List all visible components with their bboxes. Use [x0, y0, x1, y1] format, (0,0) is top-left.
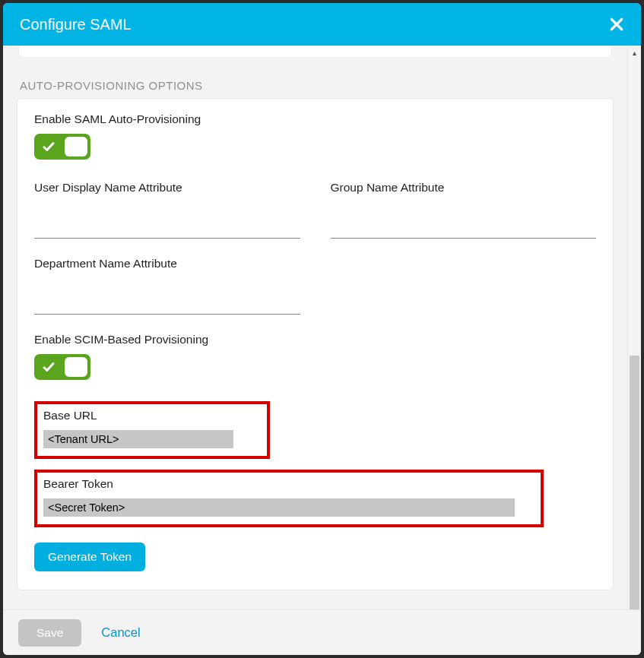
modal-header: Configure SAML — [3, 3, 641, 46]
scroll-track[interactable] — [628, 59, 641, 596]
toggle-knob — [65, 137, 87, 157]
enable-saml-ap-label: Enable SAML Auto-Provisioning — [34, 112, 596, 126]
dept-name-attr-label: Department Name Attribute — [34, 257, 300, 270]
modal-title: Configure SAML — [20, 16, 132, 33]
modal-footer: Save Cancel — [3, 609, 641, 655]
bearer-token-label: Bearer Token — [43, 477, 535, 491]
modal-body-scroll: AUTO-PROVISIONING OPTIONS Enable SAML Au… — [3, 46, 641, 609]
close-icon[interactable] — [608, 15, 626, 33]
user-display-name-attr-input[interactable] — [34, 216, 300, 239]
toggle-knob — [65, 357, 87, 377]
check-icon — [42, 360, 56, 374]
auto-provisioning-card: Enable SAML Auto-Provisioning User Displ… — [17, 98, 614, 590]
base-url-input[interactable] — [43, 430, 233, 448]
vertical-scrollbar[interactable]: ▴ ▾ — [627, 46, 641, 609]
dept-name-attr-input[interactable] — [34, 292, 300, 315]
base-url-highlight: Base URL — [34, 401, 270, 459]
group-name-attr-input[interactable] — [331, 216, 597, 239]
group-name-attr-label: Group Name Attribute — [331, 181, 597, 195]
user-display-name-attr-label: User Display Name Attribute — [34, 181, 300, 195]
generate-token-button[interactable]: Generate Token — [34, 543, 145, 571]
section-title: AUTO-PROVISIONING OPTIONS — [20, 79, 614, 92]
scroll-up-arrow-icon[interactable]: ▴ — [628, 46, 641, 59]
bearer-token-input[interactable] — [43, 498, 515, 517]
enable-scim-toggle[interactable] — [34, 354, 90, 380]
bearer-token-highlight: Bearer Token — [34, 470, 544, 527]
save-button[interactable]: Save — [18, 619, 81, 647]
scroll-thumb[interactable] — [630, 356, 639, 609]
cancel-link[interactable]: Cancel — [101, 625, 140, 640]
configure-saml-modal: Configure SAML AUTO-PROVISIONING OPTIONS… — [3, 3, 641, 655]
enable-scim-label: Enable SCIM-Based Provisioning — [34, 333, 596, 346]
base-url-label: Base URL — [43, 409, 261, 422]
previous-section-remnant — [18, 46, 612, 58]
enable-saml-ap-toggle[interactable] — [34, 134, 90, 160]
check-icon — [42, 140, 56, 153]
modal-body: AUTO-PROVISIONING OPTIONS Enable SAML Au… — [3, 46, 627, 609]
